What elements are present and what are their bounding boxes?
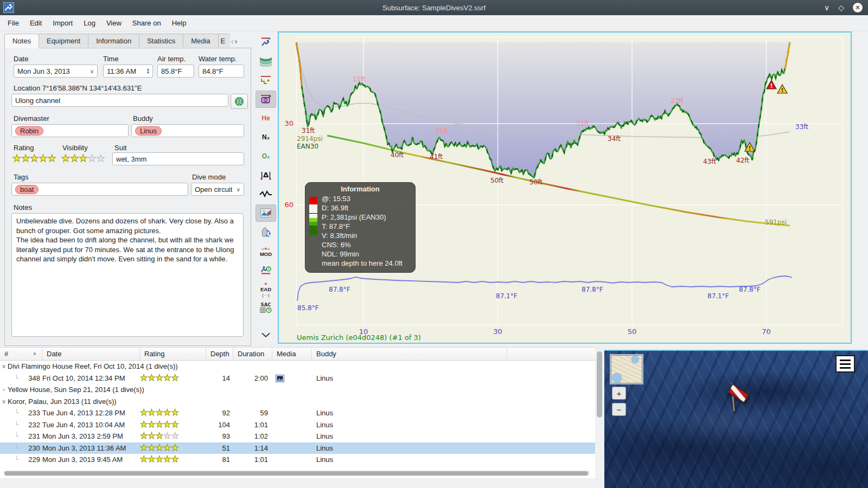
dive-site-map[interactable]: + − bbox=[604, 350, 868, 488]
trip-row[interactable]: ›Yellow House, Sun Sep 21, 2014 (1 dive(… bbox=[0, 384, 595, 396]
star-icon[interactable]: ★ bbox=[21, 153, 30, 163]
trip-row[interactable]: ∨Koror, Palau, Jun 2013 (11 dive(s)) bbox=[0, 396, 595, 408]
buddy-field[interactable]: Linus bbox=[131, 124, 244, 137]
time-spinbox[interactable]: 11:36 AM ▴▾ bbox=[103, 65, 153, 78]
column-header-depth[interactable]: Depth bbox=[206, 348, 233, 360]
dive-profile-panel[interactable]: 15ft35ft31ft23ft31ft2914psiEAN3040ft41ft… bbox=[278, 31, 852, 344]
star-icon[interactable]: ★ bbox=[12, 153, 21, 163]
column-header-rating[interactable]: Rating bbox=[140, 348, 206, 360]
ead-icon[interactable]: +EAD(···) bbox=[256, 280, 276, 298]
column-header-buddy[interactable]: Buddy bbox=[312, 348, 507, 360]
star-icon[interactable]: ★ bbox=[61, 153, 70, 163]
menu-item-view[interactable]: View bbox=[101, 16, 127, 31]
chevron-right-icon[interactable]: › bbox=[0, 384, 8, 396]
menu-item-help[interactable]: Help bbox=[167, 16, 192, 31]
tags-field[interactable]: boat bbox=[11, 183, 188, 196]
column-header-media[interactable]: Media bbox=[272, 348, 312, 360]
scroll-down-icon[interactable] bbox=[256, 326, 276, 344]
minimap-thumbnail[interactable] bbox=[611, 355, 642, 383]
menu-item-log[interactable]: Log bbox=[78, 16, 101, 31]
rating-stars[interactable]: ★★★★★ bbox=[12, 153, 56, 163]
sac-icon[interactable]: SAC bbox=[256, 299, 276, 317]
star-icon[interactable]: ★ bbox=[30, 153, 39, 163]
divemaster-tag[interactable]: Robin bbox=[15, 126, 43, 136]
spinner-arrows-icon[interactable]: ▴▾ bbox=[147, 68, 149, 74]
water-temp-field[interactable]: 84.8°F bbox=[199, 65, 244, 78]
tab-notes[interactable]: Notes bbox=[4, 34, 39, 48]
helium-icon[interactable]: He bbox=[256, 110, 276, 127]
star-icon[interactable]: ★ bbox=[39, 153, 47, 163]
map-zoom-in-button[interactable]: + bbox=[612, 387, 626, 400]
mod-icon[interactable]: –+–MOD bbox=[256, 242, 276, 260]
date-label: Date bbox=[14, 55, 28, 63]
diver-mode-icon[interactable] bbox=[256, 34, 276, 51]
suit-field[interactable]: wet, 3mm bbox=[112, 152, 244, 165]
dive-row[interactable]: └229Mon Jun 3, 2013 9:45 AM★★★★★811:01Li… bbox=[0, 454, 595, 466]
dive-row[interactable]: └230Mon Jun 3, 2013 11:36 AM★★★★★511:14L… bbox=[0, 442, 595, 454]
waves-icon[interactable] bbox=[256, 53, 276, 70]
menu-item-edit[interactable]: Edit bbox=[24, 16, 47, 31]
nitrogen-icon[interactable]: N₂ bbox=[256, 129, 276, 146]
tab-equipment[interactable]: Equipment bbox=[39, 34, 88, 47]
column-header-number[interactable]: # ∧ bbox=[0, 348, 42, 360]
visibility-stars[interactable]: ★★★★★ bbox=[61, 153, 105, 163]
photos-icon[interactable] bbox=[256, 204, 276, 222]
maximize-icon[interactable]: ◇ bbox=[838, 3, 844, 12]
column-header-date[interactable]: Date bbox=[42, 348, 140, 360]
dive-depth: 93 bbox=[206, 431, 233, 442]
dive-row[interactable]: └233Tue Jun 4, 2013 12:28 PM★★★★★9259Lin… bbox=[0, 407, 595, 419]
dive-row[interactable]: └231Mon Jun 3, 2013 2:59 PM★★★★★931:02Li… bbox=[0, 431, 595, 442]
buddy-tag[interactable]: Linus bbox=[135, 126, 162, 136]
menu-item-import[interactable]: Import bbox=[47, 16, 78, 31]
scrollbar-thumb[interactable] bbox=[597, 351, 602, 418]
tag-chip[interactable]: boat bbox=[15, 185, 39, 194]
dive-mode-select[interactable]: Open circuit ∨ bbox=[191, 183, 244, 196]
notes-textarea[interactable]: Unbelievable dive. Dozens and dozens of … bbox=[11, 213, 244, 337]
profile-steps-icon[interactable] bbox=[256, 72, 276, 89]
svg-text:87.8°F: 87.8°F bbox=[329, 286, 350, 293]
media-photo-icon[interactable] bbox=[276, 375, 284, 382]
star-icon[interactable]: ★ bbox=[70, 153, 79, 163]
map-zoom-out-button[interactable]: − bbox=[612, 403, 626, 416]
minimize-icon[interactable]: ∨ bbox=[824, 3, 829, 12]
globe-button[interactable] bbox=[231, 94, 248, 109]
chevron-down-icon[interactable]: ∨ bbox=[0, 396, 8, 408]
oxygen-icon[interactable]: O₂ bbox=[256, 147, 276, 165]
heartrate-icon[interactable] bbox=[256, 185, 276, 203]
vertical-scrollbar[interactable] bbox=[596, 350, 603, 478]
horizontal-scrollbar[interactable] bbox=[3, 470, 590, 476]
tab-media[interactable]: Media bbox=[183, 34, 218, 47]
dive-row[interactable]: └232Tue Jun 4, 2013 10:04 AM★★★★★1041:01… bbox=[0, 419, 595, 431]
column-header-duration[interactable]: Duration bbox=[233, 348, 272, 360]
trip-row[interactable]: ∨Divi Flamingo House Reef, Fri Oct 10, 2… bbox=[0, 361, 595, 373]
tab-information[interactable]: Information bbox=[88, 34, 139, 47]
star-icon[interactable]: ★ bbox=[97, 153, 105, 163]
tab-scroll-right-icon[interactable]: › bbox=[235, 36, 238, 46]
chevron-down-icon[interactable]: ∨ bbox=[0, 361, 8, 373]
tab-statistics[interactable]: Statistics bbox=[139, 34, 183, 47]
divemaster-field[interactable]: Robin bbox=[11, 124, 129, 137]
dive-flag-marker[interactable] bbox=[719, 379, 757, 418]
location-field[interactable]: Ulong channel bbox=[11, 94, 228, 107]
star-icon[interactable]: ★ bbox=[87, 153, 96, 163]
menu-item-share-on[interactable]: Share on bbox=[127, 16, 167, 31]
dive-buddy: Linus bbox=[312, 373, 507, 384]
scrollbar-thumb[interactable] bbox=[4, 471, 588, 476]
menu-item-file[interactable]: File bbox=[2, 16, 24, 31]
close-icon[interactable]: × bbox=[853, 3, 863, 12]
star-icon[interactable]: ★ bbox=[79, 153, 87, 163]
star-icon[interactable]: ★ bbox=[48, 153, 56, 163]
sort-ascending-icon[interactable]: ∧ bbox=[33, 348, 36, 360]
svg-text:35ft: 35ft bbox=[435, 127, 448, 135]
cylinder-switch-icon[interactable] bbox=[256, 223, 276, 241]
air-temp-field[interactable]: 85.8°F bbox=[157, 65, 194, 78]
diver-clock-icon[interactable] bbox=[256, 261, 276, 279]
cylinder-clock-icon[interactable] bbox=[256, 91, 276, 108]
tab-scroll-left-icon[interactable]: ‹ bbox=[231, 36, 234, 46]
tab-e[interactable]: E bbox=[218, 34, 230, 47]
date-combobox[interactable]: Mon Jun 3, 2013 ∨ bbox=[14, 65, 98, 78]
visibility-label: Visibility bbox=[62, 144, 88, 152]
hamburger-menu-icon[interactable] bbox=[835, 355, 855, 373]
delta-icon[interactable]: |Δ| bbox=[256, 166, 276, 184]
dive-row[interactable]: └348Fri Oct 10, 2014 12:34 PM★★★★★142:00… bbox=[0, 373, 595, 384]
